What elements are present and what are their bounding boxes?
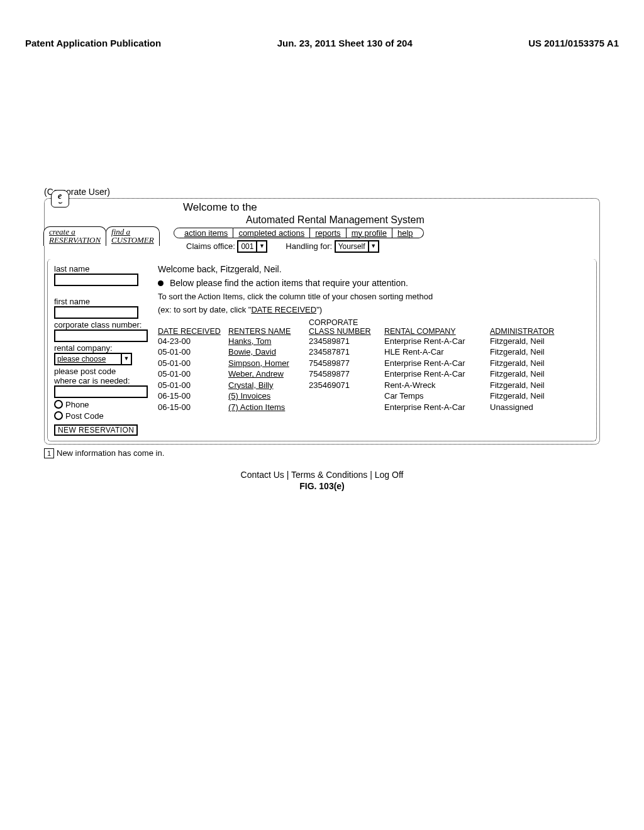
col-class[interactable]: CLASS NUMBER	[309, 327, 384, 336]
corporate-class-input[interactable]	[54, 329, 148, 342]
cell-renter[interactable]: Bowie, David	[228, 346, 309, 358]
footnote-badge: 1	[44, 448, 54, 458]
claims-office-label: Claims office:	[186, 241, 235, 251]
post-code-radio-row[interactable]: Post Code	[54, 411, 152, 421]
figure-label: FIG. 103(e)	[25, 481, 619, 491]
cell-class: 234587871	[309, 346, 384, 358]
cell-date: 05-01-00	[158, 368, 228, 380]
chevron-down-icon: ▼	[121, 354, 131, 364]
first-name-label: first name	[54, 297, 152, 306]
sort-instruction-1: To sort the Action Items, click the colu…	[158, 292, 591, 301]
post-code-radio-label: Post Code	[65, 411, 104, 421]
cell-company: Enterprise Rent-A-Car	[384, 336, 490, 347]
header-right: US 2011/0153375 A1	[528, 38, 619, 48]
cell-company: HLE Rent-A-Car	[384, 346, 490, 358]
col-renter[interactable]: RENTERS NAME	[228, 327, 309, 336]
cell-admin: Fitzgerald, Neil	[490, 390, 591, 402]
phone-radio-row[interactable]: Phone	[54, 400, 152, 409]
table-row: 05-01-00Crystal, Billy235469071Rent-A-Wr…	[158, 380, 591, 391]
cell-renter[interactable]: (7) Action Items	[228, 402, 309, 413]
table-row: 05-01-00Bowie, David234587871HLE Rent-A-…	[158, 346, 591, 358]
nav-help[interactable]: help	[392, 228, 424, 238]
logo-swirl-icon: ⌣	[58, 201, 62, 203]
chevron-down-icon: ▼	[256, 241, 266, 252]
tab-find-customer[interactable]: find a CUSTOMER	[106, 226, 160, 246]
sort-example-pre: (ex: to sort by date, click "	[158, 305, 251, 314]
cell-renter[interactable]: Weber, Andrew	[228, 368, 309, 380]
new-reservation-button[interactable]: NEW RESERVATION	[54, 424, 138, 436]
col-corporate-pre: CORPORATE	[309, 318, 384, 327]
table-row: 05-01-00Weber, Andrew754589877Enterprise…	[158, 368, 591, 380]
cell-date: 04-23-00	[158, 336, 228, 347]
cell-class	[309, 390, 384, 402]
tab-create-reservation[interactable]: create a RESERVATION	[43, 226, 106, 246]
header-left: Patent Application Publication	[25, 38, 161, 48]
cell-company: Rent-A-Wreck	[384, 380, 490, 391]
cell-date: 06-15-00	[158, 390, 228, 402]
cell-class: 754589877	[309, 368, 384, 380]
last-name-input[interactable]	[54, 274, 138, 286]
post-code-label-1: please post code	[54, 367, 152, 376]
tab-create-line2: RESERVATION	[49, 236, 101, 245]
cell-admin: Fitzgerald, Neil	[490, 358, 591, 369]
tab-find-line1: find a	[111, 228, 154, 236]
claims-office-select[interactable]: 001 ▼	[237, 240, 267, 253]
nav-reports[interactable]: reports	[310, 228, 346, 238]
cell-admin: Fitzgerald, Neil	[490, 336, 591, 347]
tab-create-line1: create a	[49, 228, 101, 236]
cell-company: Enterprise Rent-A-Car	[384, 368, 490, 380]
cell-admin: Unassigned	[490, 402, 591, 413]
cell-admin: Fitzgerald, Neil	[490, 380, 591, 391]
cell-renter[interactable]: Crystal, Billy	[228, 380, 309, 391]
bullet-icon	[158, 280, 164, 286]
corporate-class-label: corporate class number:	[54, 320, 152, 329]
rental-company-select[interactable]: please choose ▼	[54, 353, 132, 365]
col-date[interactable]: DATE RECEIVED	[158, 327, 228, 336]
nav-my-profile[interactable]: my profile	[347, 228, 392, 238]
table-row: 06-15-00(5) InvoicesCar TempsFitzgerald,…	[158, 390, 591, 402]
cell-renter[interactable]: Hanks, Tom	[228, 336, 309, 347]
post-code-input[interactable]	[54, 385, 148, 398]
table-row: 04-23-00Hanks, Tom234589871Enterprise Re…	[158, 336, 591, 347]
chevron-down-icon: ▼	[368, 241, 378, 252]
table-row: 06-15-00(7) Action ItemsEnterprise Rent-…	[158, 402, 591, 413]
cell-date: 05-01-00	[158, 346, 228, 358]
logo-badge: e ⌣	[51, 190, 69, 208]
welcome-back-text: Welcome back, Fitzgerald, Neil.	[158, 264, 591, 274]
footer-links[interactable]: Contact Us | Terms & Conditions | Log Of…	[25, 470, 619, 480]
cell-admin: Fitzgerald, Neil	[490, 346, 591, 358]
col-admin[interactable]: ADMINISTRATOR	[490, 327, 591, 336]
cell-date: 05-01-00	[158, 358, 228, 369]
handling-for-value: Yourself	[336, 241, 368, 252]
cell-class	[309, 402, 384, 413]
tab-find-line2: CUSTOMER	[111, 236, 154, 245]
col-company[interactable]: RENTAL COMPANY	[384, 327, 490, 336]
rental-company-label: rental company:	[54, 343, 152, 353]
phone-radio-label: Phone	[65, 400, 89, 409]
cell-renter[interactable]: Simpson, Homer	[228, 358, 309, 369]
attention-text: Below please find the action items that …	[170, 278, 408, 288]
nav-action-items[interactable]: action items	[174, 228, 233, 238]
sort-example-link[interactable]: DATE RECEIVED	[251, 305, 316, 314]
cell-renter[interactable]: (5) Invoices	[228, 390, 309, 402]
claims-office-value: 001	[238, 241, 256, 252]
cell-class: 754589877	[309, 358, 384, 369]
cell-company: Enterprise Rent-A-Car	[384, 358, 490, 369]
table-row: 05-01-00Simpson, Homer754589877Enterpris…	[158, 358, 591, 369]
post-code-label-2: where car is needed:	[54, 376, 152, 385]
first-name-input[interactable]	[54, 306, 138, 319]
cell-company: Enterprise Rent-A-Car	[384, 402, 490, 413]
cell-admin: Fitzgerald, Neil	[490, 368, 591, 380]
nav-completed-actions[interactable]: completed actions	[233, 228, 310, 238]
cell-company: Car Temps	[384, 390, 490, 402]
handling-for-select[interactable]: Yourself ▼	[335, 240, 379, 253]
radio-icon	[54, 400, 63, 409]
last-name-label: last name	[54, 264, 152, 274]
rental-company-value: please choose	[55, 354, 121, 364]
user-context-label: (Corporate User)	[44, 187, 619, 197]
cell-date: 06-15-00	[158, 402, 228, 413]
welcome-title-2: Automated Rental Management System	[246, 214, 599, 226]
handling-for-label: Handling for:	[286, 241, 332, 251]
welcome-title-1: Welcome to the	[183, 201, 599, 214]
footnote-text: New information has come in.	[57, 448, 164, 458]
